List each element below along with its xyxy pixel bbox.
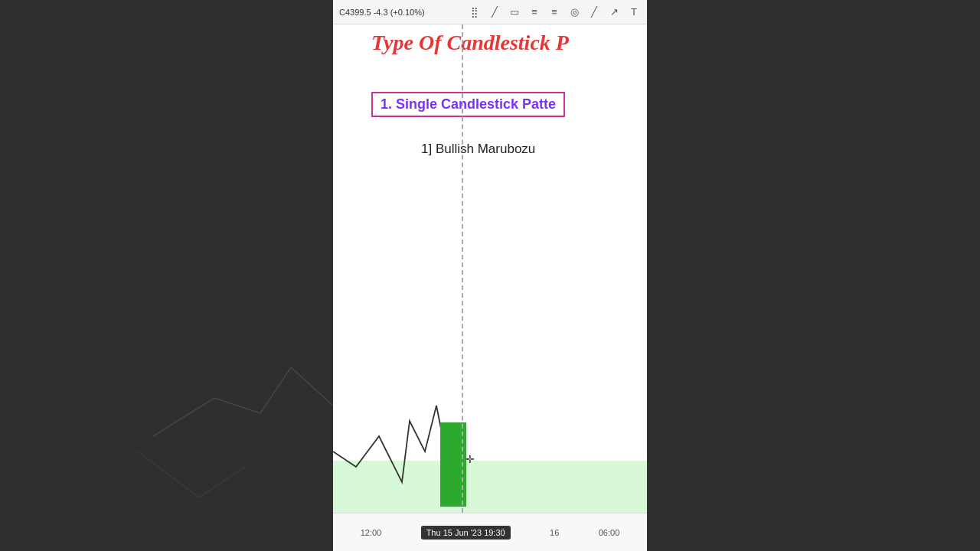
toolbar-icon-lines2[interactable]: ≡ [547,5,561,19]
price-svg [333,298,647,513]
time-axis: 12:00 Thu 15 Jun '23 19:30 16 06:00 [333,513,647,551]
time-label-16: 16 [550,528,559,537]
left-overlay [0,0,333,551]
chart-content [333,24,647,513]
toolbar-icons: ⣿ ╱ ▭ ≡ ≡ ◎ ╱ ↗ T [468,5,641,19]
toolbar-icon-text[interactable]: T [627,5,641,19]
crosshair-line [462,24,463,513]
time-label-1200: 12:00 [361,528,382,537]
chart-area: C4399.5 -4.3 (+0.10%) ⣿ ╱ ▭ ≡ ≡ ◎ ╱ ↗ T … [333,0,647,551]
price-display: C4399.5 -4.3 (+0.10%) [339,8,425,17]
toolbar-icon-trend[interactable]: ↗ [607,5,621,19]
toolbar-icon-circle[interactable]: ◎ [567,5,581,19]
toolbar-icon-diag[interactable]: ╱ [587,5,601,19]
time-label-active: Thu 15 Jun '23 19:30 [421,526,511,540]
time-label-0600: 06:00 [599,528,620,537]
toolbar-icon-rect[interactable]: ▭ [508,5,521,19]
right-overlay [647,0,980,551]
toolbar: C4399.5 -4.3 (+0.10%) ⣿ ╱ ▭ ≡ ≡ ◎ ╱ ↗ T [333,0,647,24]
toolbar-icon-lines1[interactable]: ≡ [528,5,541,19]
toolbar-icon-line[interactable]: ╱ [488,5,501,19]
cursor-crosshair: ✛ [466,453,475,465]
toolbar-icon-grid[interactable]: ⣿ [468,5,482,19]
outer-container: C4399.5 -4.3 (+0.10%) ⣿ ╱ ▭ ≡ ≡ ◎ ╱ ↗ T … [0,0,980,551]
